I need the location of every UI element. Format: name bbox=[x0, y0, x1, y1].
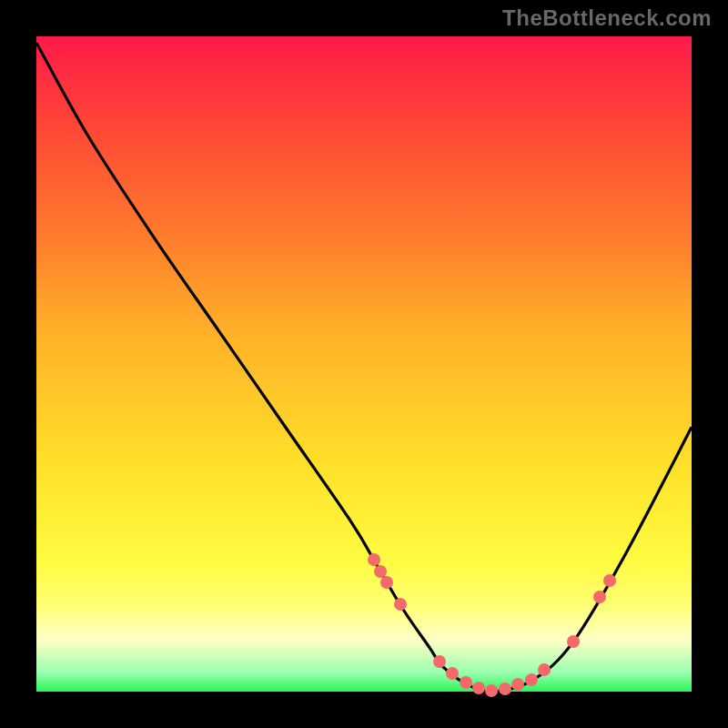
scatter-dot bbox=[499, 682, 511, 695]
scatter-dot bbox=[472, 682, 485, 694]
scatter-dot bbox=[511, 678, 524, 691]
plot-area bbox=[36, 36, 692, 692]
attribution-text: TheBottleneck.com bbox=[502, 5, 712, 31]
scatter-dot bbox=[603, 574, 616, 587]
scatter-dot bbox=[460, 676, 472, 689]
scatter-dot bbox=[567, 635, 580, 648]
scatter-dot bbox=[538, 663, 551, 676]
scatter-dot bbox=[485, 684, 498, 697]
chart-frame: TheBottleneck.com bbox=[0, 0, 728, 728]
scatter-dot bbox=[380, 576, 393, 589]
scatter-dot bbox=[433, 655, 446, 668]
scatter-dot bbox=[525, 673, 538, 686]
scatter-dot bbox=[394, 598, 407, 611]
